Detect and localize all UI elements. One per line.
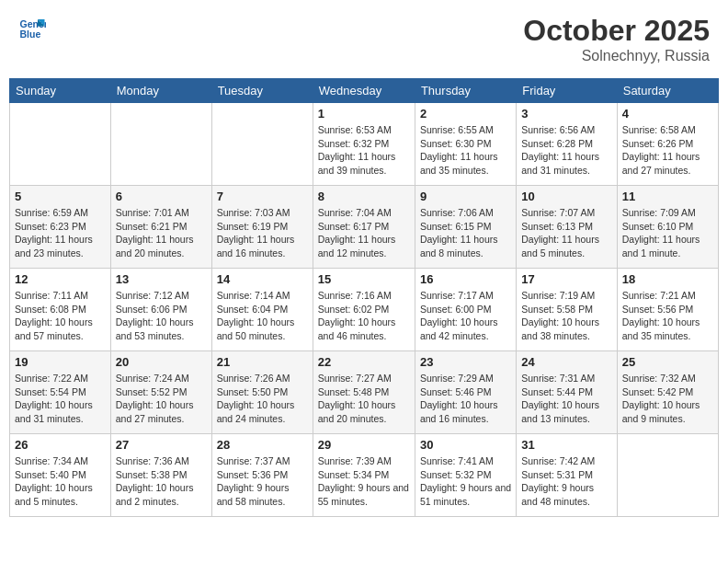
week-row-4: 19Sunrise: 7:22 AM Sunset: 5:54 PM Dayli… xyxy=(10,351,719,434)
day-number: 17 xyxy=(521,272,611,286)
day-number: 14 xyxy=(217,272,308,286)
calendar-cell: 1Sunrise: 6:53 AM Sunset: 6:32 PM Daylig… xyxy=(313,103,415,186)
day-info: Sunrise: 7:29 AM Sunset: 5:46 PM Dayligh… xyxy=(420,372,511,426)
week-row-5: 26Sunrise: 7:34 AM Sunset: 5:40 PM Dayli… xyxy=(10,434,719,517)
calendar-table: SundayMondayTuesdayWednesdayThursdayFrid… xyxy=(9,78,719,517)
day-info: Sunrise: 7:39 AM Sunset: 5:34 PM Dayligh… xyxy=(318,454,410,509)
day-info: Sunrise: 6:58 AM Sunset: 6:26 PM Dayligh… xyxy=(622,123,713,178)
day-info: Sunrise: 7:14 AM Sunset: 6:04 PM Dayligh… xyxy=(217,289,308,343)
week-row-2: 5Sunrise: 6:59 AM Sunset: 6:23 PM Daylig… xyxy=(10,186,719,269)
page-header: General Blue October 2025 Solnechnyy, Ru… xyxy=(9,9,719,69)
day-number: 27 xyxy=(116,438,207,452)
day-number: 21 xyxy=(217,355,308,369)
calendar-cell: 14Sunrise: 7:14 AM Sunset: 6:04 PM Dayli… xyxy=(211,269,313,351)
calendar-cell: 30Sunrise: 7:41 AM Sunset: 5:32 PM Dayli… xyxy=(415,434,516,517)
calendar-header-row: SundayMondayTuesdayWednesdayThursdayFrid… xyxy=(10,79,719,103)
day-info: Sunrise: 7:21 AM Sunset: 5:56 PM Dayligh… xyxy=(622,289,713,343)
svg-text:Blue: Blue xyxy=(20,29,41,40)
day-number: 23 xyxy=(420,355,511,369)
day-number: 18 xyxy=(622,272,713,286)
day-info: Sunrise: 7:36 AM Sunset: 5:38 PM Dayligh… xyxy=(116,454,207,509)
location-subtitle: Solnechnyy, Russia xyxy=(523,48,710,64)
day-info: Sunrise: 7:27 AM Sunset: 5:48 PM Dayligh… xyxy=(318,372,410,426)
day-info: Sunrise: 7:42 AM Sunset: 5:31 PM Dayligh… xyxy=(521,454,611,509)
day-number: 22 xyxy=(318,355,410,369)
calendar-cell: 19Sunrise: 7:22 AM Sunset: 5:54 PM Dayli… xyxy=(10,351,111,434)
calendar-cell: 27Sunrise: 7:36 AM Sunset: 5:38 PM Dayli… xyxy=(110,434,211,517)
day-number: 7 xyxy=(217,190,308,203)
calendar-cell xyxy=(211,103,313,186)
day-header-wednesday: Wednesday xyxy=(313,79,415,103)
day-number: 6 xyxy=(116,190,207,203)
week-row-1: 1Sunrise: 6:53 AM Sunset: 6:32 PM Daylig… xyxy=(10,103,719,186)
day-info: Sunrise: 7:31 AM Sunset: 5:44 PM Dayligh… xyxy=(521,372,611,426)
calendar-cell: 23Sunrise: 7:29 AM Sunset: 5:46 PM Dayli… xyxy=(415,351,516,434)
calendar-cell: 15Sunrise: 7:16 AM Sunset: 6:02 PM Dayli… xyxy=(313,269,415,351)
day-info: Sunrise: 7:11 AM Sunset: 6:08 PM Dayligh… xyxy=(15,289,106,343)
month-title: October 2025 xyxy=(523,14,710,48)
calendar-cell: 10Sunrise: 7:07 AM Sunset: 6:13 PM Dayli… xyxy=(517,186,617,269)
day-number: 24 xyxy=(521,355,611,369)
logo: General Blue xyxy=(18,14,48,41)
day-number: 12 xyxy=(15,272,106,286)
day-number: 3 xyxy=(521,107,611,121)
day-info: Sunrise: 7:26 AM Sunset: 5:50 PM Dayligh… xyxy=(217,372,308,426)
day-info: Sunrise: 7:01 AM Sunset: 6:21 PM Dayligh… xyxy=(116,206,207,260)
day-info: Sunrise: 6:53 AM Sunset: 6:32 PM Dayligh… xyxy=(318,123,410,178)
day-number: 5 xyxy=(15,190,106,203)
day-header-tuesday: Tuesday xyxy=(211,79,313,103)
calendar-cell: 31Sunrise: 7:42 AM Sunset: 5:31 PM Dayli… xyxy=(517,434,617,517)
week-row-3: 12Sunrise: 7:11 AM Sunset: 6:08 PM Dayli… xyxy=(10,269,719,351)
day-number: 11 xyxy=(622,190,713,203)
day-number: 9 xyxy=(420,190,511,203)
calendar-cell: 8Sunrise: 7:04 AM Sunset: 6:17 PM Daylig… xyxy=(313,186,415,269)
day-number: 10 xyxy=(521,190,611,203)
day-number: 13 xyxy=(116,272,207,286)
day-header-monday: Monday xyxy=(110,79,211,103)
day-info: Sunrise: 7:24 AM Sunset: 5:52 PM Dayligh… xyxy=(116,372,207,426)
day-info: Sunrise: 6:55 AM Sunset: 6:30 PM Dayligh… xyxy=(420,123,511,178)
calendar-cell: 17Sunrise: 7:19 AM Sunset: 5:58 PM Dayli… xyxy=(517,269,617,351)
day-number: 20 xyxy=(116,355,207,369)
day-number: 25 xyxy=(622,355,713,369)
day-info: Sunrise: 7:34 AM Sunset: 5:40 PM Dayligh… xyxy=(15,454,106,509)
day-header-sunday: Sunday xyxy=(10,79,111,103)
calendar-cell xyxy=(110,103,211,186)
calendar-cell: 25Sunrise: 7:32 AM Sunset: 5:42 PM Dayli… xyxy=(617,351,718,434)
calendar-cell: 29Sunrise: 7:39 AM Sunset: 5:34 PM Dayli… xyxy=(313,434,415,517)
logo-icon: General Blue xyxy=(18,14,46,41)
calendar-cell xyxy=(617,434,718,517)
day-info: Sunrise: 6:59 AM Sunset: 6:23 PM Dayligh… xyxy=(15,206,106,260)
day-info: Sunrise: 7:09 AM Sunset: 6:10 PM Dayligh… xyxy=(622,206,713,260)
day-number: 16 xyxy=(420,272,511,286)
calendar-cell: 24Sunrise: 7:31 AM Sunset: 5:44 PM Dayli… xyxy=(517,351,617,434)
day-info: Sunrise: 7:17 AM Sunset: 6:00 PM Dayligh… xyxy=(420,289,511,343)
day-info: Sunrise: 7:41 AM Sunset: 5:32 PM Dayligh… xyxy=(420,454,511,509)
calendar-cell: 9Sunrise: 7:06 AM Sunset: 6:15 PM Daylig… xyxy=(415,186,516,269)
calendar-cell xyxy=(10,103,111,186)
calendar-cell: 3Sunrise: 6:56 AM Sunset: 6:28 PM Daylig… xyxy=(517,103,617,186)
calendar-cell: 20Sunrise: 7:24 AM Sunset: 5:52 PM Dayli… xyxy=(110,351,211,434)
title-block: October 2025 Solnechnyy, Russia xyxy=(523,14,710,64)
calendar-cell: 22Sunrise: 7:27 AM Sunset: 5:48 PM Dayli… xyxy=(313,351,415,434)
day-info: Sunrise: 7:32 AM Sunset: 5:42 PM Dayligh… xyxy=(622,372,713,426)
day-header-thursday: Thursday xyxy=(415,79,516,103)
calendar-cell: 16Sunrise: 7:17 AM Sunset: 6:00 PM Dayli… xyxy=(415,269,516,351)
day-info: Sunrise: 7:06 AM Sunset: 6:15 PM Dayligh… xyxy=(420,206,511,260)
calendar-cell: 21Sunrise: 7:26 AM Sunset: 5:50 PM Dayli… xyxy=(211,351,313,434)
calendar-cell: 28Sunrise: 7:37 AM Sunset: 5:36 PM Dayli… xyxy=(211,434,313,517)
calendar-cell: 5Sunrise: 6:59 AM Sunset: 6:23 PM Daylig… xyxy=(10,186,111,269)
day-info: Sunrise: 7:22 AM Sunset: 5:54 PM Dayligh… xyxy=(15,372,106,426)
day-info: Sunrise: 7:12 AM Sunset: 6:06 PM Dayligh… xyxy=(116,289,207,343)
day-number: 28 xyxy=(217,438,308,452)
day-info: Sunrise: 6:56 AM Sunset: 6:28 PM Dayligh… xyxy=(521,123,611,178)
calendar-cell: 11Sunrise: 7:09 AM Sunset: 6:10 PM Dayli… xyxy=(617,186,718,269)
calendar-cell: 4Sunrise: 6:58 AM Sunset: 6:26 PM Daylig… xyxy=(617,103,718,186)
day-number: 8 xyxy=(318,190,410,203)
day-number: 15 xyxy=(318,272,410,286)
day-number: 31 xyxy=(521,438,611,452)
day-info: Sunrise: 7:04 AM Sunset: 6:17 PM Dayligh… xyxy=(318,206,410,260)
day-number: 1 xyxy=(318,107,410,121)
calendar-cell: 6Sunrise: 7:01 AM Sunset: 6:21 PM Daylig… xyxy=(110,186,211,269)
calendar-cell: 13Sunrise: 7:12 AM Sunset: 6:06 PM Dayli… xyxy=(110,269,211,351)
